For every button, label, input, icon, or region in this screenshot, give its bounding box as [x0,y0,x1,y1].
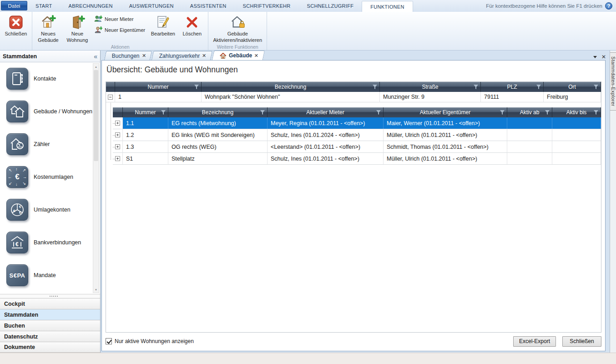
pane-close-icon[interactable] [601,54,606,60]
sidebar-nav-stammdaten[interactable]: Stammdaten [0,309,100,320]
cell-mieter: Schulz, Ines (01.01.2011 - <offen>) [268,153,384,164]
close-button[interactable]: Schließen [2,13,30,43]
edit-button[interactable]: Bearbeiten [149,13,177,44]
ribbon-toolbar: Schließen [0,12,616,51]
expand-toggle[interactable] [113,153,123,164]
sidebar-title: Stammdaten [3,53,37,60]
tab-close-icon[interactable] [202,53,206,59]
new-apartment-door-icon [70,15,85,30]
sidebar-item-bankverbindungen[interactable]: € Bankverbindungen [6,232,100,253]
column-header-aktueller-mieter[interactable]: Aktueller Mieter [268,107,384,117]
menu-item-auswertungen[interactable]: AUSWERTUNGEN [121,0,182,12]
column-header-nummer[interactable]: Nummer [123,107,168,117]
tab-zahlungsverkehr[interactable]: Zahlungsverkehr [151,51,212,60]
expand-toggle[interactable] [113,129,123,141]
active-only-label: Nur aktive Wohnungen anzeigen [115,338,194,344]
active-only-filter[interactable]: Nur aktive Wohnungen anzeigen [106,338,194,344]
sidebar-nav-buchen[interactable]: Buchen [0,320,100,331]
column-header-aktueller-eigentuemer[interactable]: Aktueller Eigentümer [384,107,507,117]
new-tenant-button[interactable]: Neuer Mieter [94,15,145,23]
tab-list-dropdown-icon[interactable] [593,56,597,58]
expand-plus-icon[interactable] [115,121,120,126]
sidebar-item-zaehler[interactable]: Zähler [6,133,100,155]
expand-toggle[interactable] [113,141,123,152]
unit-row[interactable]: 1.2 EG links (WEG mit Sondereigen) Schul… [113,129,601,141]
column-header-strasse[interactable]: Straße [380,82,481,92]
collapse-toggle[interactable] [106,92,115,102]
menu-item-schriftverkehr[interactable]: SCHRIFTVERKEHR [235,0,299,12]
tab-label: Buchungen [112,53,140,59]
help-icon[interactable] [605,2,612,10]
sidebar-nav-dokumente[interactable]: Dokumente [0,342,100,353]
column-header-nummer[interactable]: Nummer [115,82,202,92]
close-panel-button[interactable]: Schließen [562,336,601,347]
cell-mieter: <Leerstand> (01.01.2011 - <offen>) [268,141,384,152]
sidebar-splitter-handle[interactable] [0,294,100,298]
menu-item-abrechnungen[interactable]: ABRECHNUNGEN [61,0,121,12]
collapse-minus-icon[interactable] [108,95,113,100]
tab-close-icon[interactable] [254,53,258,59]
column-header-aktiv-ab[interactable]: Aktiv ab [507,107,552,117]
cell-mieter: Schulz, Ines (01.01.2024 - <offen>) [268,129,384,141]
ribbon-group-aktionen: Neues Gebäude Neue Wohnung [32,12,208,50]
tab-buchungen[interactable]: Buchungen [104,51,152,60]
menu-item-assistenten[interactable]: ASSISTENTEN [182,0,235,12]
column-header-bezeichnung[interactable]: Bezeichnung [168,107,268,117]
active-only-checkbox[interactable] [106,338,112,344]
menu-item-schnellzugriff[interactable]: SCHNELLZUGRIFF [299,0,362,12]
stammdaten-explorer-tab[interactable]: Stammdaten-Explorer [610,52,616,111]
menu-bar: Datei START ABRECHNUNGEN AUSWERTUNGEN AS… [0,0,616,12]
column-header-plz[interactable]: PLZ [481,82,544,92]
excel-export-button[interactable]: Excel-Export [513,336,556,347]
allocation-accounts-icon: € € € [6,199,28,221]
tab-label: Zahlungsverkehr [159,53,200,59]
sidebar-item-mandate[interactable]: S€PA Mandate [6,264,100,286]
header-expand-column [106,82,115,92]
cell-bezeichnung: EG links (WEG mit Sondereigen) [168,129,268,141]
delete-button[interactable]: Löschen [178,13,206,44]
sidebar-scrollbar[interactable]: ▲ ▼ [93,63,99,293]
file-menu-button[interactable]: Datei [1,1,27,10]
column-header-bezeichnung[interactable]: Bezeichnung [202,82,380,92]
sidebar-collapse-icon[interactable] [94,53,97,60]
new-apartment-button[interactable]: Neue Wohnung [63,13,91,44]
expand-plus-icon[interactable] [115,144,120,149]
filter-icon [161,110,166,115]
sidebar-item-umlagekonten[interactable]: € € € Umlagekonten [6,199,100,221]
building-activate-button[interactable]: Gebäude Aktivieren/Inaktivieren [210,13,265,44]
sidebar-nav-cockpit[interactable]: Cockpit [0,298,100,309]
cell-aktiv-bis [552,153,601,164]
building-row[interactable]: 1 Wohnpark "Schöner Wohnen" Munzinger St… [106,92,601,102]
sidebar-item-kontakte[interactable]: Kontakte [6,68,100,90]
expand-plus-icon[interactable] [115,132,120,137]
scroll-down-icon[interactable]: ▼ [93,287,99,293]
document-tab-bar: Buchungen Zahlungsverkehr Geb [101,51,610,60]
tab-close-icon[interactable] [142,53,146,59]
cell-strasse: Munzinger Str. 9 [380,92,481,102]
unit-row[interactable]: 1.3 OG rechts (WEG) <Leerstand> (01.01.2… [113,141,601,153]
column-header-aktiv-bis[interactable]: Aktiv bis [552,107,601,117]
house-tab-icon [219,53,226,59]
cell-aktiv-bis [552,117,601,129]
scroll-up-icon[interactable]: ▲ [93,64,99,70]
cell-nummer: 1 [115,92,202,102]
sidebar-item-gebaeude-wohnungen[interactable]: Gebäude / Wohnungen [6,101,100,122]
tab-gebaeude-active[interactable]: Gebäude [212,51,264,60]
column-header-ort[interactable]: Ort [544,82,601,92]
scrollbar-thumb[interactable] [94,70,98,161]
new-building-button[interactable]: Neues Gebäude [34,13,62,44]
unit-row[interactable]: S1 Stellplatz Schulz, Ines (01.01.2011 -… [113,153,601,165]
cell-aktiv-ab [507,117,552,129]
ribbon-group-close: Schließen [0,12,32,50]
expand-toggle[interactable] [113,117,123,129]
cell-aktiv-ab [507,153,552,164]
menu-item-funktionen-active[interactable]: FUNKTIONEN [362,1,413,12]
expand-plus-icon[interactable] [115,156,120,161]
sidebar-nav-datenschutz[interactable]: Datenschutz [0,331,100,342]
new-owner-button[interactable]: Neuer Eigentümer [94,26,145,34]
unit-table: Nummer Bezeichnung Aktueller Mieter [113,107,601,165]
sidebar-item-kostenumlagen[interactable]: € ↖↑↗ ←→ ↙↓↘ Kostenumlagen [6,166,100,188]
unit-row-selected[interactable]: 1.1 EG rechts (Mietwohnung) Meyer, Regin… [113,117,601,129]
menu-item-start[interactable]: START [27,0,61,12]
workspace: Stammdaten Kontakte [0,51,616,353]
